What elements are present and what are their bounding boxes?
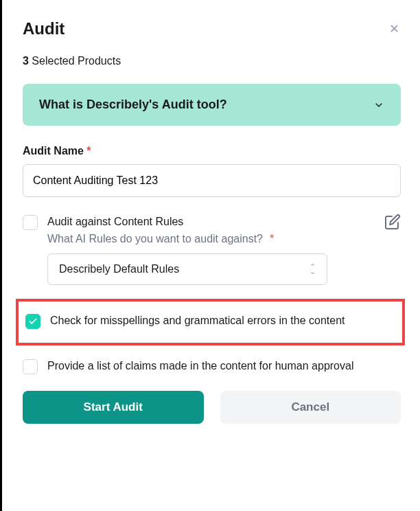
- option-claims-title: Provide a list of claims made in the con…: [47, 358, 401, 374]
- highlighted-option: Check for misspellings and grammatical e…: [16, 299, 405, 345]
- audit-name-label: Audit Name *: [23, 145, 401, 157]
- checkbox-content-rules[interactable]: [23, 215, 38, 230]
- rules-select[interactable]: Describely Default Rules ⌃⌄: [47, 253, 327, 285]
- audit-name-input[interactable]: [23, 164, 401, 197]
- option-content-rules-title: Audit against Content Rules: [47, 214, 377, 230]
- edit-rules-icon[interactable]: [384, 214, 401, 230]
- selected-products-text: 3 Selected Products: [23, 55, 401, 67]
- chevron-down-icon: [373, 100, 384, 111]
- select-arrows-icon: ⌃⌄: [310, 264, 316, 273]
- close-button[interactable]: ✕: [388, 21, 401, 36]
- option-content-rules-subtitle: What AI Rules do you want to audit again…: [47, 233, 377, 245]
- cancel-button[interactable]: Cancel: [220, 391, 401, 424]
- accordion-what-is-audit[interactable]: What is Describely's Audit tool?: [23, 84, 401, 126]
- rules-select-value: Describely Default Rules: [59, 263, 179, 275]
- option-misspellings-title: Check for misspellings and grammatical e…: [50, 313, 397, 329]
- accordion-title: What is Describely's Audit tool?: [39, 98, 227, 112]
- checkbox-claims[interactable]: [23, 359, 38, 374]
- page-title: Audit: [23, 19, 65, 38]
- start-audit-button[interactable]: Start Audit: [23, 391, 204, 424]
- close-icon: ✕: [389, 22, 399, 36]
- checkbox-misspellings[interactable]: [25, 314, 40, 329]
